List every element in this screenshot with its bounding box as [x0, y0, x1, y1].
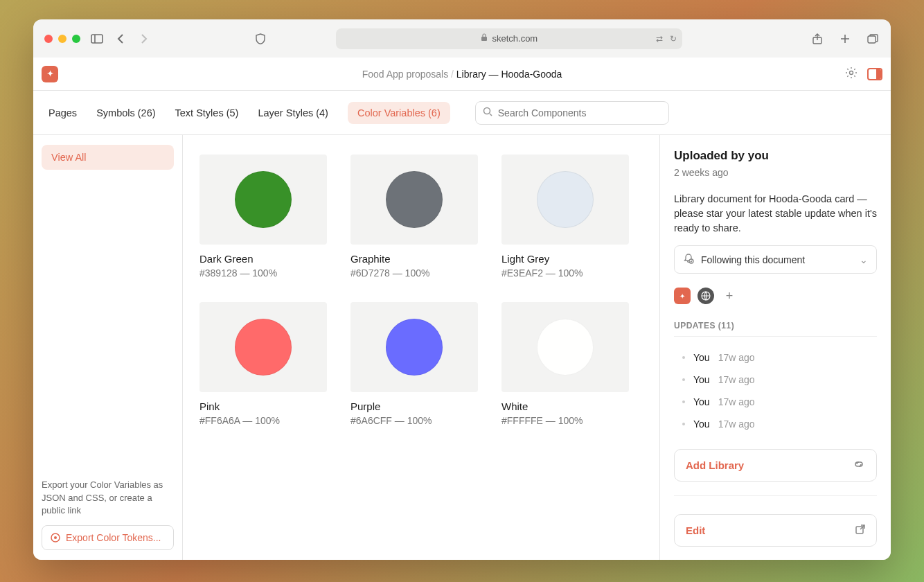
document-members: ✦ + [674, 288, 877, 304]
bullet-icon [682, 423, 685, 425]
tab-layer-styles[interactable]: Layer Styles (4) [258, 102, 328, 124]
swatch-preview [350, 302, 478, 392]
color-swatch-card[interactable]: Dark Green #389128 — 100% [199, 155, 327, 279]
swatch-meta: #6A6CFF — 100% [350, 415, 478, 426]
tab-text-styles[interactable]: Text Styles (5) [175, 102, 239, 124]
tabs-row: Pages Symbols (26) Text Styles (5) Layer… [33, 91, 891, 135]
tab-pages[interactable]: Pages [48, 102, 77, 124]
member-avatar-public[interactable] [698, 288, 714, 304]
svg-point-11 [54, 536, 57, 539]
browser-chrome: sketch.com ⇄ ↻ [33, 19, 891, 58]
swatch-circle [537, 319, 594, 376]
swatch-name: Pink [199, 400, 327, 412]
edit-button[interactable]: Edit [674, 514, 877, 547]
update-time: 17w ago [718, 396, 755, 407]
chevron-down-icon: ⌄ [860, 254, 868, 265]
breadcrumb: Food App proposals / Library — Hooda-Goo… [362, 69, 562, 80]
swatch-preview [199, 155, 327, 245]
panel-subtitle: 2 weeks ago [674, 167, 877, 178]
svg-rect-6 [868, 36, 876, 43]
minimize-window-button[interactable] [58, 35, 66, 43]
main-content: Dark Green #389128 — 100% Graphite #6D72… [183, 135, 659, 560]
right-panel-toggle[interactable] [867, 68, 882, 80]
update-row[interactable]: You 17w ago [674, 413, 877, 435]
new-tab-icon[interactable] [838, 32, 852, 46]
update-author: You [693, 374, 710, 385]
export-note: Export your Color Variables as JSON and … [42, 479, 174, 517]
panel-title: Uploaded by you [674, 149, 877, 163]
add-library-button[interactable]: Add Library [674, 449, 877, 482]
svg-point-8 [483, 107, 490, 114]
reload-icon[interactable]: ↻ [670, 34, 677, 44]
swatch-meta: #389128 — 100% [199, 267, 327, 279]
svg-rect-2 [481, 37, 487, 41]
color-swatch-card[interactable]: Light Grey #E3EAF2 — 100% [501, 155, 629, 279]
breadcrumb-parent[interactable]: Food App proposals [362, 69, 449, 80]
swatch-circle [386, 171, 443, 228]
color-swatch-card[interactable]: Purple #6A6CFF — 100% [350, 302, 478, 426]
swatch-name: Purple [350, 400, 478, 412]
update-row[interactable]: You 17w ago [674, 346, 877, 369]
tab-symbols[interactable]: Symbols (26) [96, 102, 155, 124]
update-row[interactable]: You 17w ago [674, 369, 877, 391]
member-avatar-owner[interactable]: ✦ [674, 288, 691, 304]
search-box[interactable] [475, 101, 669, 125]
traffic-lights [44, 35, 80, 43]
panel-description: Library document for Hooda-Gooda card — … [674, 192, 877, 236]
update-time: 17w ago [718, 352, 755, 363]
close-window-button[interactable] [44, 35, 53, 43]
sidebar-view-all[interactable]: View All [42, 145, 174, 170]
address-bar-host: sketch.com [492, 33, 537, 44]
lock-icon [481, 33, 488, 44]
svg-point-7 [850, 71, 853, 74]
swatch-meta: #6D7278 — 100% [350, 267, 478, 279]
app-logo[interactable]: ✦ [42, 66, 58, 82]
bell-icon [683, 253, 694, 266]
bullet-icon [682, 356, 685, 359]
forward-button[interactable] [137, 32, 151, 46]
add-library-label: Add Library [686, 459, 744, 471]
update-author: You [693, 418, 710, 430]
export-button-label: Export Color Tokens... [66, 532, 161, 543]
export-color-tokens-button[interactable]: Export Color Tokens... [42, 525, 174, 550]
color-swatch-card[interactable]: Pink #FF6A6A — 100% [199, 302, 327, 426]
sidebar-toggle-icon[interactable] [90, 32, 104, 46]
translate-icon[interactable]: ⇄ [656, 34, 663, 44]
follow-document-dropdown[interactable]: Following this document ⌄ [674, 245, 877, 274]
maximize-window-button[interactable] [72, 35, 80, 43]
tabs-overview-icon[interactable] [866, 32, 880, 46]
tab-color-variables[interactable]: Color Variables (6) [348, 102, 450, 124]
swatch-preview [199, 302, 327, 392]
share-icon[interactable] [810, 32, 824, 46]
color-grid: Dark Green #389128 — 100% Graphite #6D72… [199, 155, 643, 426]
link-icon [853, 459, 865, 471]
swatch-name: Dark Green [199, 253, 327, 265]
swatch-preview [501, 155, 629, 245]
search-input[interactable] [498, 107, 661, 118]
svg-line-9 [490, 114, 492, 116]
left-sidebar: View All Export your Color Variables as … [33, 135, 183, 560]
swatch-name: White [501, 400, 629, 412]
search-icon [483, 107, 492, 119]
address-bar[interactable]: sketch.com ⇄ ↻ [336, 28, 682, 49]
update-time: 17w ago [718, 418, 755, 430]
swatch-circle [235, 171, 292, 228]
swatch-name: Graphite [350, 253, 478, 265]
swatch-meta: #FF6A6A — 100% [199, 415, 327, 426]
back-button[interactable] [114, 32, 127, 46]
update-row[interactable]: You 17w ago [674, 391, 877, 413]
swatch-preview [501, 302, 629, 392]
app-header: ✦ Food App proposals / Library — Hooda-G… [33, 58, 891, 91]
swatch-name: Light Grey [501, 253, 629, 265]
color-swatch-card[interactable]: White #FFFFFE — 100% [501, 302, 629, 426]
shield-icon[interactable] [254, 32, 267, 46]
color-swatch-card[interactable]: Graphite #6D7278 — 100% [350, 155, 478, 279]
svg-rect-0 [91, 35, 103, 43]
swatch-circle [537, 171, 594, 228]
settings-icon[interactable] [845, 67, 858, 82]
add-member-button[interactable]: + [721, 288, 738, 304]
swatch-meta: #E3EAF2 — 100% [501, 267, 629, 279]
browser-window: sketch.com ⇄ ↻ ✦ Food App proposals / Li… [33, 19, 891, 560]
follow-label: Following this document [701, 254, 805, 265]
updates-heading: UPDATES (11) [674, 321, 877, 337]
